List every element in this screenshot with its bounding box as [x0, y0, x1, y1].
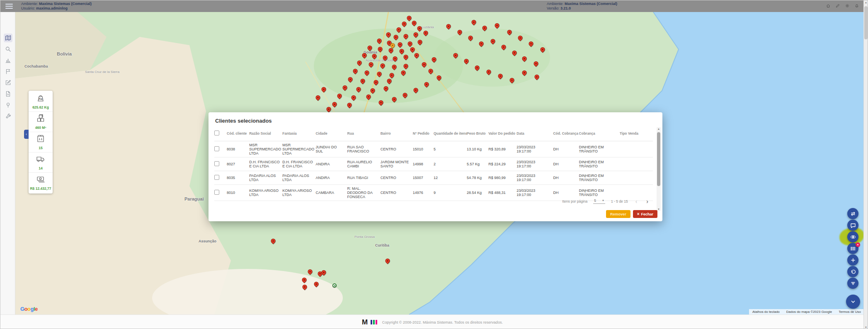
table-cell: 8038 [227, 141, 249, 157]
maxima-logo: M [362, 318, 367, 327]
table-cell: 8010 [227, 184, 249, 201]
row-checkbox[interactable] [214, 175, 219, 180]
scroll-down-arrow[interactable]: ▼ [864, 326, 868, 329]
scroll-thumb[interactable] [657, 132, 660, 186]
sidebar-item-edit[interactable] [4, 78, 12, 87]
menu-hamburger-icon[interactable] [5, 4, 13, 9]
settings-gear-icon[interactable] [845, 2, 849, 6]
table-cell: ANDIRA [315, 157, 347, 171]
map-place-label: Bolivia [57, 51, 72, 56]
scroll-up-arrow[interactable]: ▲ [864, 1, 868, 4]
table-body: 8038MSR SUPERMERCADO LTDAMSR SUPERMERCAD… [214, 141, 653, 201]
table-cell: R$ 488,31 [488, 184, 516, 201]
scroll-up-arrow[interactable]: ▲ [657, 128, 661, 130]
notifications-bell-icon[interactable] [855, 2, 859, 6]
package-icon [35, 138, 46, 145]
table-cell: 14976 [413, 184, 434, 201]
sidebar-item-tools[interactable] [4, 112, 12, 121]
col-header[interactable]: Bairro [381, 127, 413, 141]
col-header[interactable]: Nº Pedido [413, 127, 434, 141]
col-header[interactable]: Rua [347, 127, 381, 141]
weight-value: 625.62 Kg [29, 105, 52, 109]
table-cell: 12 [434, 171, 467, 184]
edit-icon[interactable] [836, 2, 840, 6]
orders-count-stat: 15 [29, 132, 53, 152]
table-cell: CENTRO [381, 141, 413, 157]
fab-add-button[interactable] [847, 254, 858, 266]
remove-button[interactable]: Remover [606, 210, 630, 218]
terms-link[interactable]: Termos de Uso [839, 310, 861, 314]
chat-icon [850, 223, 856, 228]
fab-collapse-button[interactable] [846, 295, 860, 309]
table-row: 8038MSR SUPERMERCADO LTDAMSR SUPERMERCAD… [214, 141, 653, 157]
green-map-pin[interactable] [332, 283, 337, 288]
collapse-panel-button[interactable]: ‹ [24, 130, 29, 139]
sidebar-item-chart[interactable] [4, 56, 12, 65]
next-page-button[interactable]: › [645, 199, 650, 203]
page-range-label: 1 - 5 de 15 [611, 199, 628, 203]
route-summary-panel: ‹ Kg 625.62 Kg 460 M³ 15 14 [29, 91, 53, 194]
col-header[interactable]: Tipo Venda [620, 127, 653, 141]
environment-info-right: Ambiente: Maxima Sistemas (Comercial) Ve… [547, 2, 617, 11]
map-place-label: Ponta Grossa [354, 235, 375, 239]
row-checkbox[interactable] [214, 161, 219, 166]
table-cell: 15007 [413, 171, 434, 184]
trucks-count-stat: 14 [29, 152, 53, 173]
items-per-page-select[interactable]: 5▼ [593, 198, 605, 204]
table-cell: 28.54 Kg [467, 184, 488, 201]
map-place-label: Luziânia [422, 25, 434, 29]
col-header[interactable]: Cidade [315, 127, 347, 141]
row-checkbox[interactable] [214, 190, 219, 195]
map-data-text: Dados do mapa ©2023 Google [786, 310, 832, 314]
col-header[interactable]: Quantidade de itens [434, 127, 467, 141]
table-cell: 23/03/2023 19:17:00 [516, 184, 553, 201]
table-header-row: Cód. cliente Razão Social Fantasia Cidad… [214, 127, 653, 141]
table-cell: R$ 320,89 [488, 141, 516, 157]
col-header[interactable]: Cód. Cobrança [553, 127, 579, 141]
fab-eye-button[interactable] [847, 231, 858, 242]
row-checkbox[interactable] [214, 146, 219, 151]
table-cell: CENTRO [381, 184, 413, 201]
table-cell: CAMBARA [315, 184, 347, 201]
modal-scrollbar[interactable]: ▲ ▼ [657, 127, 661, 211]
col-header[interactable]: Valor Do pedido [488, 127, 516, 141]
map-place-label: Curitiba [375, 243, 389, 247]
home-icon[interactable] [826, 2, 830, 6]
list-icon [850, 246, 856, 252]
fab-swap-button[interactable] [847, 208, 858, 219]
fab-chat-button[interactable] [847, 220, 858, 231]
fab-undo-button[interactable] [847, 266, 858, 277]
sidebar-item-search[interactable] [4, 45, 12, 53]
table-cell: 5 [434, 141, 467, 157]
sidebar-item-pin[interactable] [4, 101, 12, 109]
col-header[interactable]: Razão Social [249, 127, 282, 141]
previous-page-button[interactable]: ‹ [634, 199, 639, 203]
col-header[interactable]: Fantasia [282, 127, 315, 141]
google-maps-logo[interactable]: Google [20, 306, 38, 312]
select-all-checkbox[interactable] [214, 131, 219, 135]
keyboard-shortcuts-link[interactable]: Atalhos do teclado [752, 310, 780, 314]
sidebar-item-map[interactable] [4, 34, 12, 42]
filter-icon [850, 281, 856, 286]
chevron-down-icon [850, 298, 856, 305]
table-cell: 9 [434, 184, 467, 201]
copyright-text: Copyright © 2008-2022. Máxima Sistemas. … [382, 320, 503, 324]
col-header[interactable]: Data [516, 127, 553, 141]
table-cell: D.H. FRANCISCO E CIA LTDA [249, 157, 282, 171]
fab-filter-button[interactable] [847, 278, 858, 289]
table-cell: ANDIRA [315, 171, 347, 184]
truck-icon [35, 158, 46, 165]
col-header[interactable]: Cobrança [579, 127, 620, 141]
sidebar-item-document[interactable] [4, 90, 12, 98]
left-sidebar [0, 12, 15, 314]
page-scrollbar[interactable]: ▲ ▼ [863, 0, 868, 329]
environment-info-left: Ambiente: Maxima Sistemas (Comercial) Us… [21, 2, 92, 11]
scroll-thumb[interactable] [864, 6, 868, 39]
table-cell: JUNDIAI DO SUL [315, 141, 347, 157]
sidebar-item-flag[interactable] [4, 67, 12, 76]
col-header[interactable]: Cód. cliente [227, 127, 249, 141]
close-button[interactable]: ×Fechar [633, 210, 657, 218]
clients-table: Cód. cliente Razão Social Fantasia Cidad… [214, 127, 653, 201]
col-header[interactable]: Peso Bruto [467, 127, 488, 141]
table-row: 8027D.H. FRANCISCO E CIA LTDAD.H. FRANCI… [214, 157, 653, 171]
